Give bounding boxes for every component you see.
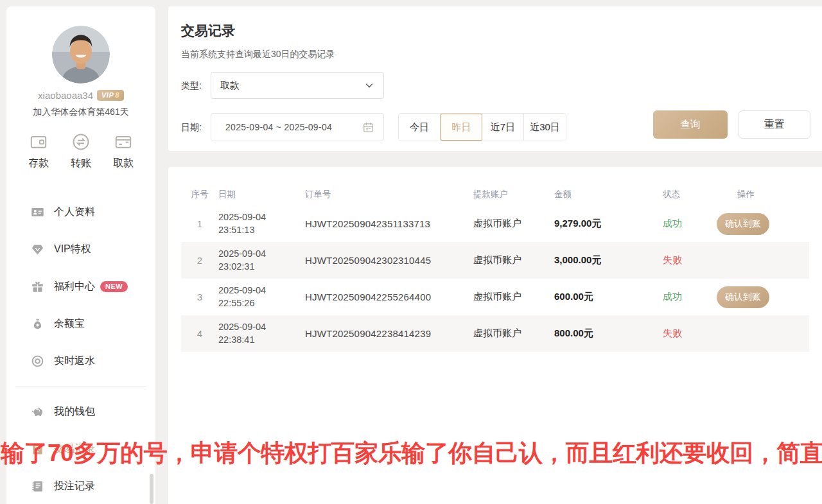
- col-header-amount: 金额: [554, 189, 663, 200]
- sidebar-item-benefits[interactable]: 福利中心 NEW: [6, 268, 155, 305]
- sidebar-item-transaction-records[interactable]: 交易记录: [6, 430, 155, 467]
- rebate-icon: [31, 354, 44, 368]
- col-header-order: 订单号: [305, 189, 473, 200]
- quick-date-today[interactable]: 今日: [399, 114, 441, 141]
- col-header-date: 日期: [218, 189, 305, 200]
- cell-order-number: HJWT202509042302310445: [305, 255, 473, 266]
- bank-card-icon: [112, 132, 135, 152]
- cell-order-number: HJWT202509042238414239: [305, 328, 473, 339]
- cell-date: 2025-09-0422:55:26: [218, 284, 305, 309]
- confirm-arrival-button[interactable]: 确认到账: [717, 286, 769, 308]
- cell-withdraw-account: 虚拟币账户: [473, 291, 554, 303]
- table-row: 2 2025-09-0423:02:31 HJWT202509042302310…: [181, 242, 809, 279]
- cell-status: 失败: [663, 254, 737, 266]
- cell-date: 2025-09-0423:51:13: [218, 211, 305, 236]
- quick-date-7days[interactable]: 近7日: [482, 114, 524, 141]
- money-bag-icon: [31, 317, 44, 331]
- username: xiaobaoaa34: [38, 90, 93, 101]
- sidebar-menu: 个人资料 VIP特权 福利中心 NEW: [6, 193, 155, 504]
- sidebar-item-wallet[interactable]: 我的钱包: [6, 393, 155, 430]
- col-header-status: 状态: [663, 189, 737, 200]
- reset-button[interactable]: 重置: [739, 110, 810, 139]
- cell-no: 1: [181, 218, 218, 229]
- query-button[interactable]: 查询: [653, 110, 728, 139]
- table-header-row: 序号 日期 订单号 提款账户 金额 状态 操作: [181, 184, 809, 205]
- page-title: 交易记录: [181, 22, 235, 40]
- quick-actions: 存款 转账 取款: [6, 118, 155, 170]
- type-select[interactable]: 取款: [211, 72, 384, 99]
- date-label: 日期:: [181, 122, 202, 134]
- cell-status: 失败: [663, 327, 737, 340]
- new-badge: NEW: [100, 281, 128, 292]
- piggy-bank-icon: [31, 405, 44, 419]
- sidebar: xiaobaoaa34 VIP8 加入华体会体育第461天 存款 转账: [6, 6, 155, 504]
- cell-no: 4: [181, 328, 218, 339]
- screen: xiaobaoaa34 VIP8 加入华体会体育第461天 存款 转账: [0, 0, 822, 504]
- vip-badge: VIP8: [97, 90, 124, 101]
- col-header-no: 序号: [181, 189, 218, 200]
- table-body: 1 2025-09-0423:51:13 HJWT202509042351133…: [181, 205, 809, 352]
- sidebar-item-profile[interactable]: 个人资料: [6, 193, 155, 230]
- cell-order-number: HJWT202509042351133713: [305, 218, 473, 229]
- col-header-account: 提款账户: [473, 189, 554, 200]
- avatar: [52, 26, 110, 83]
- filter-card: 交易记录 当前系统支持查询最近30日的交易记录 类型: 取款 日期: 2025-…: [168, 6, 822, 151]
- gift-icon: [31, 280, 44, 293]
- cell-amount: 9,279.00元: [554, 218, 663, 230]
- chevron-down-icon: [364, 80, 374, 91]
- quick-date-30days[interactable]: 近30日: [524, 114, 566, 141]
- cell-amount: 600.00元: [554, 291, 663, 303]
- confirm-arrival-button[interactable]: 确认到账: [717, 213, 769, 235]
- date-range-input[interactable]: 2025-09-04 ~ 2025-09-04: [211, 113, 384, 141]
- gem-icon: [31, 243, 44, 256]
- transfer-button[interactable]: 转账: [60, 132, 101, 170]
- cell-withdraw-account: 虚拟币账户: [473, 254, 554, 266]
- sidebar-item-vip[interactable]: VIP特权: [6, 230, 155, 268]
- quick-date-group: 今日 昨日 近7日 近30日: [398, 113, 566, 141]
- cell-amount: 800.00元: [554, 327, 663, 340]
- calendar-icon: [362, 121, 374, 134]
- table-row: 1 2025-09-0423:51:13 HJWT202509042351133…: [181, 205, 809, 242]
- type-select-value: 取款: [220, 80, 364, 92]
- cell-order-number: HJWT202509042255264400: [305, 291, 473, 302]
- cell-date: 2025-09-0422:38:41: [218, 321, 305, 346]
- quick-date-yesterday[interactable]: 昨日: [441, 114, 482, 141]
- scrollbar-thumb[interactable]: [150, 474, 153, 504]
- cell-withdraw-account: 虚拟币账户: [473, 327, 554, 340]
- cell-action: 确认到账: [737, 213, 809, 235]
- cell-amount: 3,000.00元: [554, 254, 663, 266]
- col-header-action: 操作: [737, 189, 809, 200]
- bet-records-icon: [31, 480, 44, 493]
- cell-withdraw-account: 虚拟币账户: [473, 218, 554, 230]
- profile-section: xiaobaoaa34 VIP8 加入华体会体育第461天: [6, 6, 155, 118]
- table-row: 3 2025-09-0422:55:26 HJWT202509042255264…: [181, 279, 809, 315]
- cell-no: 3: [181, 291, 218, 302]
- cell-action: 确认到账: [737, 286, 809, 308]
- join-days-text: 加入华体会体育第461天: [6, 107, 155, 118]
- transaction-records-icon: [31, 442, 44, 456]
- date-range-value: 2025-09-04 ~ 2025-09-04: [225, 122, 362, 132]
- deposit-button[interactable]: 存款: [18, 132, 59, 170]
- id-card-icon: [31, 205, 44, 219]
- sidebar-item-bet-records[interactable]: 投注记录: [6, 467, 155, 504]
- table-row: 4 2025-09-0422:38:41 HJWT202509042238414…: [181, 315, 809, 352]
- sidebar-item-yuebao[interactable]: 余额宝: [6, 305, 155, 342]
- wallet-icon: [27, 132, 50, 152]
- page-subtitle: 当前系统支持查询最近30日的交易记录: [181, 49, 335, 60]
- type-label: 类型:: [181, 80, 202, 92]
- cell-date: 2025-09-0423:02:31: [218, 248, 305, 273]
- sidebar-item-rebate[interactable]: 实时返水: [6, 342, 155, 379]
- transfer-icon: [69, 132, 92, 152]
- cell-no: 2: [181, 255, 218, 266]
- withdraw-button[interactable]: 取款: [103, 132, 144, 170]
- records-table: 序号 日期 订单号 提款账户 金额 状态 操作 1 2025-09-0423:5…: [168, 167, 822, 504]
- menu-divider: [15, 386, 146, 387]
